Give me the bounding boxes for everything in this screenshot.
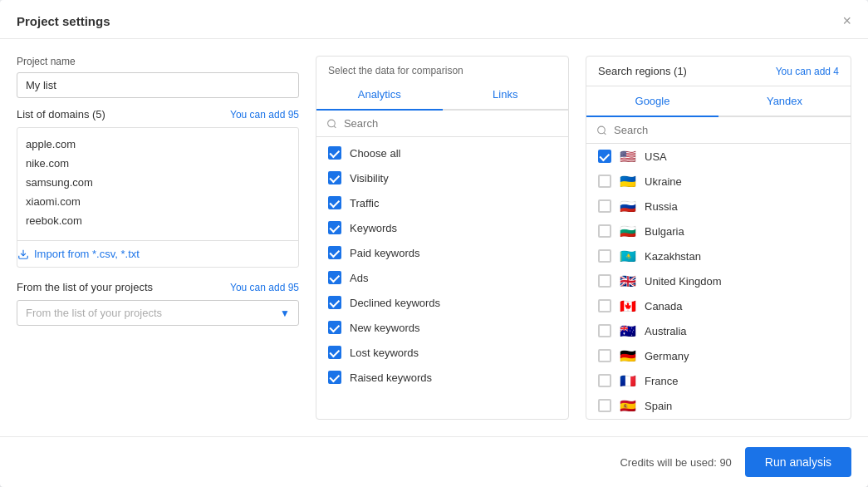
country-item[interactable]: 🇩🇪Germany <box>586 343 851 368</box>
analytics-checkbox-item[interactable]: Paid keywords <box>316 240 568 265</box>
close-button[interactable]: × <box>842 13 851 28</box>
middle-search-input[interactable] <box>344 117 558 130</box>
analytics-tabs: Analytics Links <box>316 80 568 111</box>
analytics-checkbox-item[interactable]: Keywords <box>316 215 568 240</box>
tab-google[interactable]: Google <box>586 86 718 117</box>
checkbox <box>328 246 341 259</box>
left-panel: Project name List of domains (5) You can… <box>17 56 299 420</box>
country-flag: 🇬🇧 <box>620 275 636 287</box>
from-projects-section: From the list of your projects You can a… <box>17 281 299 326</box>
from-projects-dropdown[interactable]: From the list of your projects ▼ <box>17 300 299 326</box>
right-search-icon <box>596 125 607 136</box>
modal-header: Project settings × <box>0 0 868 39</box>
analytics-checkbox-item[interactable]: Ads <box>316 265 568 290</box>
tab-analytics[interactable]: Analytics <box>316 80 443 111</box>
country-name: United Kingdom <box>645 275 722 288</box>
import-icon <box>17 248 29 260</box>
modal: Project settings × Project name List of … <box>0 0 868 487</box>
checkbox-label: New keywords <box>350 322 420 334</box>
country-flag: 🇫🇷 <box>620 375 636 386</box>
country-checkbox <box>598 349 611 362</box>
region-title: Search regions (1) <box>598 65 687 77</box>
checkbox <box>328 171 341 184</box>
domain-item: xiaomi.com <box>26 194 290 209</box>
country-flag: 🇩🇪 <box>620 350 636 362</box>
country-item[interactable]: 🇬🇧United Kingdom <box>586 268 851 293</box>
checkbox-label: Ads <box>350 272 368 284</box>
checkbox-label: Paid keywords <box>350 247 420 259</box>
middle-search-box <box>316 111 568 137</box>
analytics-checkbox-item[interactable]: Visibility <box>316 165 568 190</box>
country-flag: 🇺🇸 <box>620 150 636 162</box>
checkbox-label: Choose all <box>350 147 400 160</box>
country-name: USA <box>645 150 667 163</box>
analytics-checkbox-item[interactable]: Raised keywords <box>316 365 568 390</box>
country-name: France <box>645 375 678 387</box>
middle-search-icon <box>326 118 337 130</box>
country-item[interactable]: 🇺🇸USA <box>586 144 851 169</box>
country-name: Russia <box>645 200 678 213</box>
country-checkbox <box>598 199 611 213</box>
import-label: Import from *.csv, *.txt <box>34 248 140 260</box>
svg-line-2 <box>334 125 336 127</box>
country-item[interactable]: 🇪🇸Spain <box>586 393 851 418</box>
analytics-checkbox-item[interactable]: Lost keywords <box>316 340 568 365</box>
project-name-section: Project name <box>17 56 299 98</box>
analytics-checkbox-item[interactable]: Traffic <box>316 190 568 215</box>
country-name: Ukraine <box>645 175 682 188</box>
domain-item: samsung.com <box>26 175 290 190</box>
svg-point-1 <box>328 120 336 127</box>
domain-item: apple.com <box>26 136 290 152</box>
country-name: Bulgaria <box>645 225 684 238</box>
country-flag: 🇧🇬 <box>620 225 636 237</box>
checkbox-label: Visibility <box>350 172 389 184</box>
modal-footer: Credits will be used: 90 Run analysis <box>0 436 868 487</box>
run-analysis-button[interactable]: Run analysis <box>745 447 851 477</box>
country-flag: 🇷🇺 <box>620 200 636 212</box>
checkbox-label: Declined keywords <box>350 297 440 309</box>
from-projects-label: From the list of your projects <box>17 281 153 293</box>
country-checkbox <box>598 324 611 337</box>
right-search-input[interactable] <box>614 124 841 136</box>
country-item[interactable]: 🇦🇺Australia <box>586 318 851 343</box>
country-checkbox <box>598 249 611 263</box>
analytics-checkbox-item[interactable]: Choose all <box>316 140 568 165</box>
checkbox <box>328 221 341 234</box>
country-checkbox <box>598 399 611 412</box>
panel-header-label: Select the data for comparison <box>316 57 568 80</box>
country-checkbox <box>598 374 611 387</box>
country-item[interactable]: 🇺🇦Ukraine <box>586 169 851 194</box>
country-item[interactable]: 🇷🇺Russia <box>586 194 851 219</box>
tab-yandex[interactable]: Yandex <box>718 86 851 117</box>
checkbox <box>328 146 341 160</box>
middle-panel: Select the data for comparison Analytics… <box>316 56 569 420</box>
country-checkbox <box>598 274 611 288</box>
country-checkbox <box>598 175 611 188</box>
country-item[interactable]: 🇨🇦Canada <box>586 293 851 318</box>
country-list: 🇺🇸USA🇺🇦Ukraine🇷🇺Russia🇧🇬Bulgaria🇰🇿Kazakh… <box>586 144 851 419</box>
country-name: Kazakhstan <box>645 250 701 263</box>
from-projects-placeholder: From the list of your projects <box>26 307 162 319</box>
tab-links[interactable]: Links <box>443 80 569 111</box>
checkbox-label: Keywords <box>350 222 397 234</box>
modal-title: Project settings <box>17 14 110 28</box>
country-name: Australia <box>645 325 687 337</box>
country-flag: 🇪🇸 <box>620 400 636 411</box>
dropdown-arrow-icon: ▼ <box>280 307 290 319</box>
from-projects-header: From the list of your projects You can a… <box>17 281 299 293</box>
import-link[interactable]: Import from *.csv, *.txt <box>17 240 298 267</box>
analytics-checkbox-item[interactable]: New keywords <box>316 315 568 340</box>
right-search-box <box>586 117 851 144</box>
country-item[interactable]: 🇧🇬Bulgaria <box>586 219 851 244</box>
checkbox <box>328 321 341 334</box>
domains-box: apple.comnike.comsamsung.comxiaomi.comre… <box>17 127 299 268</box>
analytics-checkbox-item[interactable]: Declined keywords <box>316 290 568 315</box>
modal-body: Project name List of domains (5) You can… <box>0 39 868 436</box>
country-item[interactable]: 🇫🇷France <box>586 368 851 393</box>
country-item[interactable]: 🇰🇿Kazakhstan <box>586 244 851 268</box>
project-name-input[interactable] <box>17 72 299 98</box>
domains-inner: apple.comnike.comsamsung.comxiaomi.comre… <box>17 128 298 237</box>
checkbox <box>328 196 341 209</box>
domains-can-add: You can add 95 <box>230 109 299 121</box>
svg-point-3 <box>598 126 606 134</box>
